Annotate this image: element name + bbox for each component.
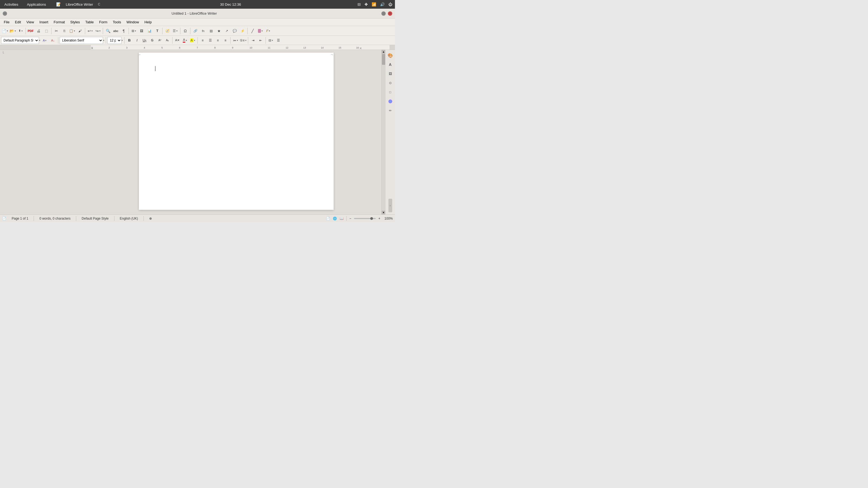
save-remote-button[interactable]: ⬆ ▾ bbox=[17, 27, 24, 35]
print-preview-button[interactable]: ⬚ bbox=[42, 27, 50, 35]
scroll-up-button[interactable]: ▲ bbox=[382, 50, 385, 54]
export-pdf-button[interactable]: PDF bbox=[27, 27, 34, 35]
highlight-color-button[interactable]: A ▾ bbox=[189, 37, 196, 44]
decrease-indent-button[interactable]: ⇤ bbox=[257, 37, 264, 44]
menu-help[interactable]: Help bbox=[142, 19, 154, 25]
zoom-out-button[interactable]: − bbox=[349, 217, 351, 220]
text-cursor[interactable] bbox=[155, 66, 317, 72]
chart-button[interactable]: 📊 bbox=[146, 27, 153, 35]
vertical-scrollbar[interactable]: ▲ ▼ bbox=[381, 50, 385, 215]
redo-button[interactable]: ↪ ▾ bbox=[94, 27, 102, 35]
sidebar-gallery-button[interactable]: 🖼 bbox=[386, 69, 395, 78]
paragraph-style-dropdown[interactable]: Default Paragraph Styl bbox=[1, 37, 39, 44]
zoom-in-button[interactable]: + bbox=[378, 217, 380, 220]
bullets-button[interactable]: ☰ ▾ bbox=[172, 27, 179, 35]
note-button[interactable]: 💬 bbox=[231, 27, 239, 35]
menu-window[interactable]: Window bbox=[124, 19, 142, 25]
menu-view[interactable]: View bbox=[24, 19, 37, 25]
menu-table[interactable]: Table bbox=[83, 19, 96, 25]
document-area[interactable]: ⌐ ¬ bbox=[91, 50, 381, 215]
subscript-button[interactable]: A₂ bbox=[164, 37, 171, 44]
list-style-button[interactable]: ⊟ ▾ bbox=[267, 37, 274, 44]
sidebar-color-button[interactable] bbox=[386, 97, 395, 106]
clear-format-button[interactable]: A✕ bbox=[174, 37, 181, 44]
sidebar-styles-button[interactable]: 🎨 bbox=[386, 51, 395, 60]
header-footer-button[interactable]: ▤ bbox=[207, 27, 215, 35]
bold-button[interactable]: B bbox=[126, 37, 133, 44]
font-size-dropdown[interactable]: 12 pt bbox=[107, 37, 122, 44]
navigator-button[interactable]: 🧭 bbox=[163, 27, 171, 35]
sys-icon-1[interactable]: ⊟ bbox=[358, 2, 361, 6]
sys-power[interactable]: ⏻ bbox=[389, 2, 392, 6]
draw-line-button[interactable]: ╱ bbox=[249, 27, 256, 35]
crossref-button[interactable]: ↗ bbox=[223, 27, 230, 35]
align-justify-button[interactable]: ≡ bbox=[222, 37, 229, 44]
increase-indent-button[interactable]: ⇥ bbox=[250, 37, 257, 44]
sidebar-draw-button[interactable]: ✏ bbox=[386, 106, 395, 115]
menu-tools[interactable]: Tools bbox=[110, 19, 124, 25]
align-left-button[interactable]: ≡ bbox=[199, 37, 206, 44]
textbox-button[interactable]: T bbox=[154, 27, 161, 35]
zoom-level[interactable]: 100% bbox=[383, 217, 393, 220]
scroll-track[interactable] bbox=[382, 54, 385, 210]
sidebar-page-button[interactable]: □ bbox=[386, 88, 395, 97]
spellcheck-button[interactable]: abc bbox=[112, 27, 120, 35]
special-char-button[interactable]: Ω bbox=[182, 27, 189, 35]
macro-button[interactable]: ⚡ bbox=[239, 27, 246, 35]
align-center-button[interactable]: ☰ bbox=[207, 37, 214, 44]
menu-format[interactable]: Format bbox=[51, 19, 67, 25]
sidebar-collapse-button[interactable]: › bbox=[389, 199, 392, 212]
bullet-list-button[interactable]: ≔ ▾ bbox=[232, 37, 239, 44]
sys-icon-3[interactable]: 📶 bbox=[372, 2, 376, 6]
menu-insert[interactable]: Insert bbox=[37, 19, 51, 25]
font-color-button[interactable]: A ▾ bbox=[182, 37, 188, 44]
scroll-thumb[interactable] bbox=[382, 54, 385, 65]
view-web-icon[interactable]: 🌐 bbox=[333, 217, 337, 220]
image-button[interactable]: 🖼 bbox=[138, 27, 145, 35]
print-button[interactable]: 🖨 bbox=[35, 27, 42, 35]
sys-icon-2[interactable]: ✤ bbox=[365, 2, 368, 6]
paste-button[interactable]: 📋 ▾ bbox=[68, 27, 76, 35]
font-name-dropdown[interactable]: Liberation Serif bbox=[60, 37, 103, 44]
table-button[interactable]: ⊞ ▾ bbox=[130, 27, 137, 35]
open-button[interactable]: 📂 ▾ bbox=[9, 27, 17, 35]
new-button[interactable]: 📄 ▾ bbox=[1, 27, 9, 35]
bookmark-button[interactable]: ★ bbox=[215, 27, 223, 35]
cut-button[interactable]: ✂ bbox=[53, 27, 60, 35]
sys-icon-4[interactable]: 🔊 bbox=[380, 2, 384, 6]
menu-styles[interactable]: Styles bbox=[67, 19, 83, 25]
sidebar-navigator-button[interactable]: ⊙ bbox=[386, 78, 395, 87]
sidebar-character-button[interactable]: A bbox=[386, 60, 395, 69]
close-button[interactable]: ✕ bbox=[388, 11, 392, 16]
ruler-body[interactable]: 1 2 3 4 5 6 7 8 9 10 11 12 13 14 15 16 ✕… bbox=[91, 45, 390, 50]
number-list-button[interactable]: ①≡ ▾ bbox=[240, 37, 247, 44]
shapes-button[interactable]: ▾ bbox=[257, 27, 264, 35]
italic-button[interactable]: I bbox=[133, 37, 141, 44]
maximize-button[interactable]: □ bbox=[381, 11, 386, 16]
minimize-button[interactable]: ─ bbox=[3, 11, 7, 16]
view-book-icon[interactable]: 📖 bbox=[340, 217, 344, 220]
hyperlink-button[interactable]: 🔗 bbox=[191, 27, 199, 35]
scroll-down-button[interactable]: ▼ bbox=[382, 210, 385, 215]
clone-format-button[interactable]: 🖌 bbox=[76, 27, 84, 35]
find-button[interactable]: 🔍 bbox=[104, 27, 112, 35]
strikethrough-button[interactable]: S bbox=[149, 37, 156, 44]
update-style-button[interactable]: A↓ bbox=[49, 37, 57, 44]
new-style-button[interactable]: A+ bbox=[41, 37, 49, 44]
nonprinting-button[interactable]: ¶ bbox=[120, 27, 127, 35]
menu-file[interactable]: File bbox=[1, 19, 12, 25]
zoom-thumb[interactable] bbox=[370, 217, 373, 220]
superscript-button[interactable]: A² bbox=[156, 37, 163, 44]
undo-button[interactable]: ↩ ▾ bbox=[86, 27, 94, 35]
applications-button[interactable]: Applications bbox=[25, 2, 48, 7]
activities-button[interactable]: Activities bbox=[3, 2, 20, 7]
underline-button[interactable]: U▾ bbox=[141, 37, 148, 44]
view-normal-icon[interactable]: 📄 bbox=[326, 217, 330, 220]
menu-edit[interactable]: Edit bbox=[12, 19, 24, 25]
document-page[interactable]: ⌐ ¬ bbox=[139, 53, 334, 210]
zoom-slider[interactable] bbox=[354, 218, 376, 219]
copy-button[interactable]: ⎘ bbox=[61, 27, 68, 35]
paragraph-list-button[interactable]: ☰ bbox=[275, 37, 282, 44]
align-right-button[interactable]: ≡ bbox=[214, 37, 221, 44]
footnote-button[interactable]: fn bbox=[199, 27, 207, 35]
